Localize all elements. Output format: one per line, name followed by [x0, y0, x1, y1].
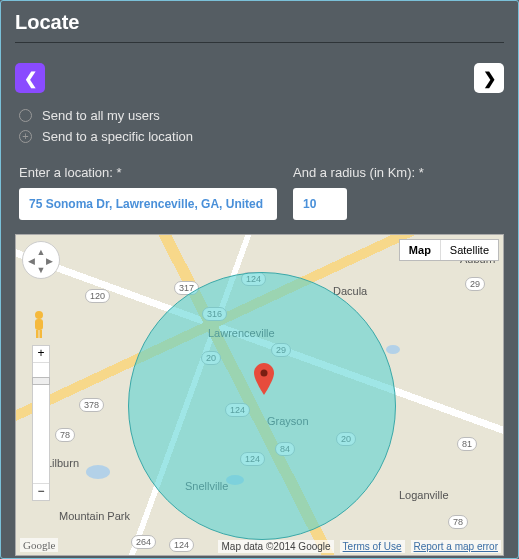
- route-badge: 78: [448, 515, 468, 529]
- zoom-handle[interactable]: [32, 377, 50, 385]
- option-label: Send to a specific location: [42, 129, 193, 144]
- pan-control[interactable]: ▲ ◀▶ ▼: [22, 241, 60, 279]
- location-label: Enter a location: *: [19, 165, 277, 180]
- svg-rect-4: [40, 330, 43, 338]
- terms-link[interactable]: Terms of Use: [340, 540, 405, 553]
- map-pin-icon[interactable]: [254, 363, 274, 395]
- svg-rect-3: [36, 330, 39, 338]
- map-type-control: Map Satellite: [399, 239, 499, 261]
- back-button[interactable]: ❮: [15, 63, 45, 93]
- radio-plus-icon: +: [19, 130, 32, 143]
- svg-point-0: [261, 370, 268, 377]
- label-row: Enter a location: * And a radius (in Km)…: [1, 151, 518, 188]
- option-specific-location[interactable]: + Send to a specific location: [19, 126, 500, 147]
- input-row: [1, 188, 518, 234]
- next-button[interactable]: ❯: [474, 63, 504, 93]
- report-link[interactable]: Report a map error: [411, 540, 501, 553]
- location-input[interactable]: [19, 188, 277, 220]
- map-type-satellite[interactable]: Satellite: [440, 240, 498, 260]
- route-badge: 29: [465, 277, 485, 291]
- map-type-map[interactable]: Map: [400, 240, 440, 260]
- water: [386, 345, 400, 354]
- route-badge: 120: [85, 289, 110, 303]
- panel-header: Locate: [1, 1, 518, 53]
- google-logo: Google: [20, 538, 58, 552]
- divider: [15, 42, 504, 43]
- zoom-out-button[interactable]: −: [33, 484, 49, 500]
- arrow-left-icon: ❮: [24, 69, 37, 88]
- route-badge: 81: [457, 437, 477, 451]
- panel-title: Locate: [15, 11, 504, 34]
- pegman-icon[interactable]: [30, 310, 48, 344]
- zoom-control: + −: [32, 345, 50, 501]
- radius-circle: [128, 272, 396, 540]
- radio-icon: [19, 109, 32, 122]
- attribution-text: Map data ©2014 Google: [218, 540, 333, 553]
- city-label: Loganville: [399, 489, 449, 501]
- arrow-right-icon: ❯: [483, 69, 496, 88]
- nav-row: ❮ ❯: [1, 53, 518, 99]
- zoom-slider[interactable]: [33, 362, 49, 484]
- map[interactable]: Lawrenceville Grayson Snellville Dacula …: [15, 234, 504, 556]
- radius-input[interactable]: [293, 188, 347, 220]
- route-badge: 124: [169, 538, 194, 552]
- option-all-users[interactable]: Send to all my users: [19, 105, 500, 126]
- route-badge: 378: [79, 398, 104, 412]
- route-badge: 78: [55, 428, 75, 442]
- option-label: Send to all my users: [42, 108, 160, 123]
- water: [86, 465, 110, 479]
- route-badge: 264: [131, 535, 156, 549]
- city-label: Mountain Park: [59, 510, 130, 522]
- options: Send to all my users + Send to a specifi…: [1, 99, 518, 151]
- city-label: Lilburn: [46, 457, 79, 469]
- map-attribution: Map data ©2014 Google Terms of Use Repor…: [218, 540, 501, 553]
- svg-point-1: [35, 311, 43, 319]
- radius-label: And a radius (in Km): *: [293, 165, 424, 180]
- zoom-in-button[interactable]: +: [33, 346, 49, 362]
- svg-rect-2: [35, 319, 43, 330]
